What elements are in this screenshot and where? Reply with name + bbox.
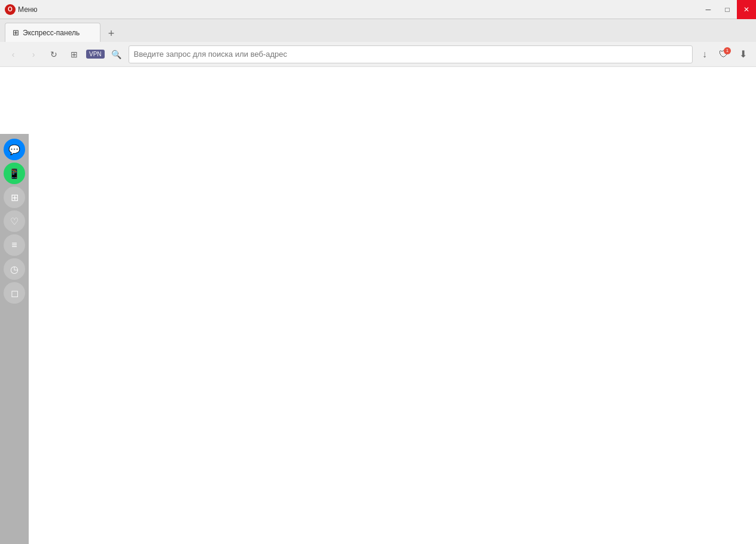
grid-view-button[interactable]: ⊞ [66, 46, 83, 63]
window-controls: ─ □ ✕ [699, 0, 756, 19]
menu-label: Меню [18, 5, 37, 14]
sidebar-heart[interactable]: ♡ [4, 210, 25, 232]
opera-icon: O [5, 4, 16, 15]
address-input-wrap[interactable] [129, 45, 693, 63]
sidebar-whatsapp[interactable]: 📱 [4, 163, 25, 184]
back-button[interactable]: ‹ [5, 46, 22, 63]
download-icon[interactable]: ⬇ [734, 46, 751, 63]
tab-icon: ⊞ [13, 28, 19, 37]
vpn-badge[interactable]: VPN [86, 50, 105, 59]
shield-count: 1 [724, 47, 731, 54]
tab-label: Экспресс-панель [23, 29, 80, 37]
maximize-button[interactable]: □ [718, 0, 737, 19]
minimize-button[interactable]: ─ [699, 0, 718, 19]
title-bar: O Меню ─ □ ✕ [0, 0, 756, 19]
active-tab[interactable]: ⊞ Экспресс-панель [5, 23, 100, 42]
address-input[interactable] [134, 50, 687, 59]
sidebar-clock[interactable]: ◷ [4, 258, 25, 280]
sidebar-list[interactable]: ≡ [4, 234, 25, 256]
close-button[interactable]: ✕ [737, 0, 756, 19]
address-right-icons: ↓ 🛡 1 ⬇ [696, 46, 751, 63]
new-tab-button[interactable]: + [103, 25, 120, 42]
search-icon: 🔍 [108, 46, 125, 63]
download-arrow-icon[interactable]: ↓ [696, 46, 713, 63]
sidebar: 💬 📱 ⊞ ♡ ≡ ◷ ◻ ◻ [0, 134, 29, 544]
sidebar-cube[interactable]: ◻ [4, 282, 25, 304]
refresh-button[interactable]: ↻ [45, 46, 62, 63]
sidebar-messenger[interactable]: 💬 [4, 139, 25, 160]
sidebar-grid[interactable]: ⊞ [4, 187, 25, 208]
menu-button[interactable]: O Меню [5, 4, 37, 15]
address-bar: ‹ › ↻ ⊞ VPN 🔍 ↓ 🛡 1 ⬇ [0, 42, 756, 67]
forward-button[interactable]: › [25, 46, 42, 63]
shield-icon[interactable]: 🛡 1 [715, 46, 732, 63]
tab-bar: ⊞ Экспресс-панель + [0, 19, 756, 42]
